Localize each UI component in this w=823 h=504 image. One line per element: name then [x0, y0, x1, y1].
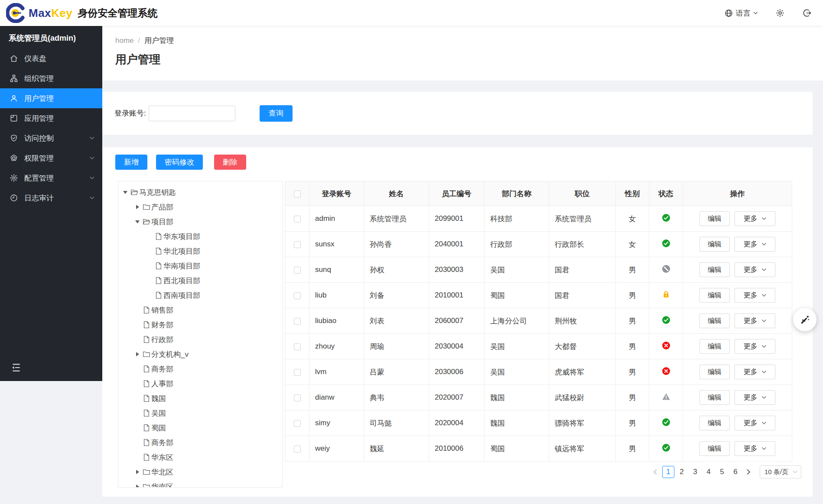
row-checkbox[interactable] — [294, 394, 301, 401]
next-page-button[interactable] — [743, 466, 754, 478]
caret-down-icon[interactable] — [134, 220, 141, 223]
tree-item[interactable]: 蜀国 — [118, 420, 282, 435]
row-checkbox[interactable] — [294, 318, 301, 325]
more-button[interactable]: 更多 — [735, 211, 775, 226]
row-checkbox[interactable] — [294, 446, 301, 452]
actions-cell: 编辑更多 — [683, 308, 792, 334]
magic-wand-button[interactable] — [793, 308, 816, 331]
tree-item[interactable]: 华南项目部 — [118, 258, 282, 273]
page-2-button[interactable]: 2 — [676, 466, 688, 478]
sidebar-item-dashboard[interactable]: 仪表盘 — [0, 48, 102, 68]
edit-button[interactable]: 编辑 — [699, 211, 730, 226]
tree-item[interactable]: 产品部 — [118, 200, 282, 214]
caret-down-icon[interactable] — [122, 191, 129, 194]
tree-item[interactable]: 马克思钥匙 — [118, 185, 282, 200]
row-checkbox[interactable] — [294, 267, 301, 274]
cell-position: 国君 — [549, 257, 616, 283]
row-checkbox[interactable] — [294, 343, 301, 350]
chevron-down-icon — [761, 242, 767, 246]
tree-item[interactable]: 华东区 — [118, 450, 282, 465]
tree-item[interactable]: 人事部 — [118, 376, 282, 391]
edit-button[interactable]: 编辑 — [699, 365, 730, 379]
brand[interactable]: MaxKey 身份安全管理系统 — [0, 3, 157, 23]
sidebar-item-applications[interactable]: 应用管理 — [0, 108, 102, 128]
edit-button[interactable]: 编辑 — [699, 262, 730, 277]
breadcrumb-home-link[interactable]: home — [115, 36, 134, 45]
sidebar-item-audit[interactable]: 日志审计 — [0, 188, 102, 208]
page-size-select[interactable]: 10 条/页 — [760, 465, 801, 478]
page-4-button[interactable]: 4 — [703, 466, 715, 478]
tree-item[interactable]: 西北项目部 — [118, 273, 282, 288]
column-header: 状态 — [649, 181, 683, 206]
login-account-input[interactable] — [149, 106, 235, 121]
sidebar-item-access-control[interactable]: 访问控制 — [0, 128, 102, 148]
cell-employee_id: 2010006 — [429, 436, 485, 462]
edit-button[interactable]: 编辑 — [699, 416, 730, 430]
row-checkbox[interactable] — [294, 216, 301, 223]
tree-item-label: 华北区 — [151, 467, 173, 477]
settings-gear-icon[interactable] — [775, 8, 785, 18]
caret-right-icon[interactable] — [134, 352, 141, 356]
language-menu[interactable]: 语言 — [724, 8, 758, 18]
add-button[interactable]: 新增 — [115, 155, 147, 170]
more-button[interactable]: 更多 — [735, 339, 775, 354]
tree-item[interactable]: 魏国 — [118, 391, 282, 406]
sidebar-item-config[interactable]: 配置管理 — [0, 168, 102, 188]
delete-button[interactable]: 删除 — [214, 155, 246, 170]
tree-item[interactable]: 商务部 — [118, 435, 282, 450]
tree-item[interactable]: 华北项目部 — [118, 244, 282, 258]
edit-button[interactable]: 编辑 — [699, 339, 730, 354]
tree-item[interactable]: 商务部 — [118, 362, 282, 376]
query-button[interactable]: 查询 — [260, 105, 293, 122]
logout-icon[interactable] — [802, 8, 812, 18]
edit-button[interactable]: 编辑 — [699, 313, 730, 328]
more-button[interactable]: 更多 — [735, 262, 775, 277]
row-checkbox[interactable] — [294, 420, 301, 427]
tree-item-label: 项目部 — [151, 217, 173, 227]
tree-item[interactable]: 行政部 — [118, 332, 282, 347]
tree-item[interactable]: 财务部 — [118, 317, 282, 332]
edit-button[interactable]: 编辑 — [699, 441, 730, 456]
tree-item[interactable]: 西南项目部 — [118, 288, 282, 303]
more-button[interactable]: 更多 — [735, 441, 775, 456]
edit-button[interactable]: 编辑 — [699, 237, 730, 252]
page-5-button[interactable]: 5 — [716, 466, 728, 478]
more-button[interactable]: 更多 — [735, 390, 775, 405]
tree-item[interactable]: 分支机构_v — [118, 347, 282, 362]
row-checkbox[interactable] — [294, 292, 301, 299]
row-checkbox[interactable] — [294, 369, 301, 376]
page-3-button[interactable]: 3 — [689, 466, 701, 478]
tree-item[interactable]: 项目部 — [118, 214, 282, 229]
cell-name: 孙权 — [364, 257, 429, 283]
edit-button[interactable]: 编辑 — [699, 390, 730, 405]
clock-icon — [10, 194, 18, 202]
sidebar-item-permissions[interactable]: 权限管理 — [0, 148, 102, 168]
more-button[interactable]: 更多 — [735, 288, 775, 303]
more-button[interactable]: 更多 — [735, 237, 775, 252]
sidebar-item-organizations[interactable]: 组织管理 — [0, 68, 102, 88]
column-header: 性别 — [616, 181, 649, 206]
row-checkbox[interactable] — [294, 241, 301, 248]
caret-right-icon[interactable] — [134, 485, 141, 488]
change-password-button[interactable]: 密码修改 — [156, 155, 203, 170]
more-button[interactable]: 更多 — [735, 365, 775, 379]
tree-item[interactable]: 华北区 — [118, 465, 282, 479]
page-1-button[interactable]: 1 — [662, 466, 674, 478]
more-button[interactable]: 更多 — [735, 416, 775, 430]
status-cell — [649, 308, 683, 334]
caret-right-icon[interactable] — [134, 205, 141, 209]
collapse-sidebar-button[interactable] — [0, 362, 23, 381]
tree-item[interactable]: 吴国 — [118, 406, 282, 420]
select-all-checkbox[interactable] — [294, 191, 301, 197]
tree-item-label: 分支机构_v — [151, 349, 189, 359]
more-button[interactable]: 更多 — [735, 313, 775, 328]
tree-item[interactable]: 华南区 — [118, 479, 282, 488]
page-6-button[interactable]: 6 — [729, 466, 742, 478]
caret-right-icon[interactable] — [134, 470, 141, 474]
tree-item[interactable]: 销售部 — [118, 303, 282, 317]
sidebar-item-users[interactable]: 用户管理 — [0, 88, 102, 108]
previous-page-button[interactable] — [650, 466, 661, 478]
tree-item[interactable]: 华东项目部 — [118, 229, 282, 244]
status-active-icon — [662, 239, 670, 248]
edit-button[interactable]: 编辑 — [699, 288, 730, 303]
